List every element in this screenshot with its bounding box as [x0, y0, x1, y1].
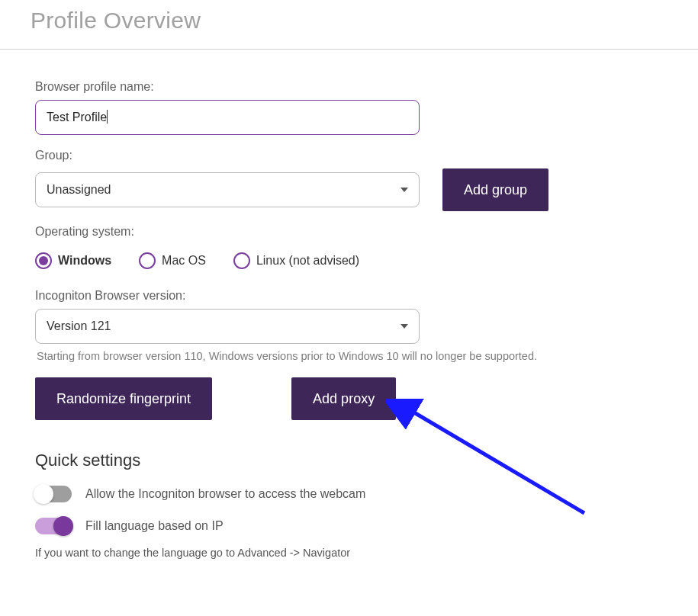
- quick-settings-title: Quick settings: [35, 451, 663, 470]
- language-note: If you want to change the language go to…: [35, 547, 663, 559]
- os-radio-label: Windows: [58, 254, 111, 268]
- group-select[interactable]: Unassigned: [35, 172, 420, 207]
- action-buttons-row: Randomize fingerprint Add proxy: [35, 377, 663, 420]
- page-title: Profile Overview: [31, 8, 667, 34]
- language-toggle-row: Fill language based on IP: [35, 518, 663, 534]
- profile-name-value: Test Profile: [47, 111, 107, 124]
- browser-version-label: Incogniton Browser version:: [35, 289, 663, 303]
- os-radio-macos[interactable]: Mac OS: [139, 252, 206, 269]
- webcam-toggle[interactable]: [35, 486, 72, 502]
- page-header: Profile Overview: [0, 0, 698, 50]
- webcam-toggle-label: Allow the Incogniton browser to access t…: [85, 487, 365, 501]
- os-radio-group: Windows Mac OS Linux (not advised): [35, 252, 663, 269]
- webcam-toggle-row: Allow the Incogniton browser to access t…: [35, 486, 663, 502]
- language-toggle-label: Fill language based on IP: [85, 519, 224, 533]
- add-group-button[interactable]: Add group: [442, 168, 548, 211]
- add-proxy-button[interactable]: Add proxy: [291, 377, 396, 420]
- caret-down-icon: [400, 324, 408, 329]
- os-radio-linux[interactable]: Linux (not advised): [233, 252, 359, 269]
- profile-name-label: Browser profile name:: [35, 80, 663, 94]
- text-cursor: [107, 110, 108, 124]
- caret-down-icon: [400, 188, 408, 192]
- content: Browser profile name: Test Profile Group…: [0, 50, 698, 589]
- browser-version-helper: Starting from browser version 110, Windo…: [35, 350, 663, 362]
- os-radio-windows[interactable]: Windows: [35, 252, 111, 269]
- os-radio-label: Linux (not advised): [256, 254, 359, 268]
- browser-version-selected: Version 121: [47, 319, 111, 333]
- group-label: Group:: [35, 149, 663, 162]
- radio-icon: [35, 252, 52, 269]
- os-label: Operating system:: [35, 225, 663, 239]
- browser-version-select[interactable]: Version 121: [35, 309, 420, 344]
- language-toggle[interactable]: [35, 518, 72, 534]
- radio-icon: [139, 252, 156, 269]
- group-selected: Unassigned: [47, 183, 111, 197]
- radio-icon: [233, 252, 250, 269]
- randomize-fingerprint-button[interactable]: Randomize fingerprint: [35, 377, 212, 420]
- os-radio-label: Mac OS: [162, 254, 206, 268]
- profile-name-input[interactable]: Test Profile: [35, 100, 420, 135]
